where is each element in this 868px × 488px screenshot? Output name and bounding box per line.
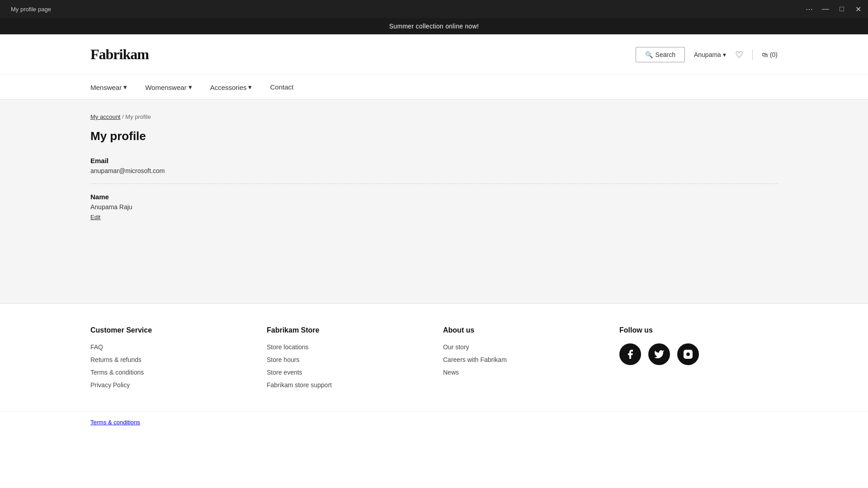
email-value: anupamar@microsoft.com (90, 167, 778, 174)
browser-controls[interactable]: ⋯ — □ ✕ (805, 5, 863, 14)
main-content: My account / My profile My profile Email… (0, 100, 868, 303)
more-options-icon[interactable]: ⋯ (805, 5, 814, 14)
footer-link-news[interactable]: News (443, 369, 601, 376)
footer-grid: Customer Service FAQ Returns & refunds T… (90, 326, 778, 389)
nav-list: Menswear ▾ Womenswear ▾ Accessories ▾ Co… (90, 75, 778, 99)
footer-customer-service-title: Customer Service (90, 326, 249, 334)
footer-link-returns[interactable]: Returns & refunds (90, 356, 249, 363)
search-label: Search (656, 51, 675, 58)
close-icon[interactable]: ✕ (854, 5, 863, 14)
footer-link-store-locations[interactable]: Store locations (267, 343, 425, 351)
instagram-icon[interactable] (677, 343, 699, 365)
footer-col-follow-us: Follow us (619, 326, 778, 389)
minimize-icon[interactable]: — (821, 5, 830, 14)
footer-link-store-support[interactable]: Fabrikam store support (267, 381, 425, 389)
nav-link-menswear[interactable]: Menswear ▾ (90, 75, 127, 99)
name-label: Name (90, 193, 778, 201)
search-button[interactable]: 🔍 Search (636, 47, 685, 62)
chevron-down-icon: ▾ (723, 51, 726, 58)
footer: Customer Service FAQ Returns & refunds T… (0, 303, 868, 411)
footer-link-store-hours[interactable]: Store hours (267, 356, 425, 363)
facebook-icon[interactable] (619, 343, 641, 365)
search-icon: 🔍 (645, 51, 653, 58)
edit-name-link[interactable]: Edit (90, 214, 100, 221)
footer-follow-us-title: Follow us (619, 326, 778, 334)
header-divider (752, 49, 753, 60)
chevron-down-icon: ▾ (248, 83, 252, 91)
footer-about-us-links: Our story Careers with Fabrikam News (443, 343, 601, 376)
logo[interactable]: Fabrikam (90, 46, 149, 63)
footer-about-us-title: About us (443, 326, 601, 334)
announcement-bar: Summer collection online now! (0, 18, 868, 34)
announcement-text: Summer collection online now! (389, 23, 479, 30)
breadcrumb: My account / My profile (90, 113, 778, 120)
browser-chrome: My profile page ⋯ — □ ✕ (0, 0, 868, 18)
email-label: Email (90, 157, 778, 164)
nav-item-womenswear[interactable]: Womenswear ▾ (145, 75, 192, 99)
nav-link-womenswear[interactable]: Womenswear ▾ (145, 75, 192, 99)
header-actions: 🔍 Search Anupama ▾ ♡ 🛍 (0) (636, 47, 778, 62)
footer-terms-link[interactable]: Terms & conditions (90, 419, 140, 426)
heart-icon: ♡ (735, 50, 743, 60)
breadcrumb-current: My profile (125, 113, 151, 120)
footer-link-faq[interactable]: FAQ (90, 343, 249, 351)
footer-fabrikam-store-links: Store locations Store hours Store events… (267, 343, 425, 389)
nav-link-contact[interactable]: Contact (270, 75, 293, 99)
footer-bottom: Terms & conditions (0, 411, 868, 433)
footer-link-careers[interactable]: Careers with Fabrikam (443, 356, 601, 363)
page-title: My profile (90, 129, 778, 143)
footer-fabrikam-store-title: Fabrikam Store (267, 326, 425, 334)
user-label: Anupama (694, 51, 721, 58)
cart-count: (0) (770, 51, 778, 58)
browser-tab: My profile page (5, 6, 57, 13)
profile-section: Email anupamar@microsoft.com Name Anupam… (90, 157, 778, 221)
cart-button[interactable]: 🛍 (0) (762, 51, 778, 58)
breadcrumb-my-account[interactable]: My account (90, 113, 120, 120)
footer-link-terms[interactable]: Terms & conditions (90, 369, 249, 376)
nav-item-contact[interactable]: Contact (270, 75, 293, 99)
footer-link-our-story[interactable]: Our story (443, 343, 601, 351)
footer-col-fabrikam-store: Fabrikam Store Store locations Store hou… (267, 326, 425, 389)
nav-link-accessories[interactable]: Accessories ▾ (210, 75, 252, 99)
cart-icon: 🛍 (762, 51, 768, 58)
nav-item-accessories[interactable]: Accessories ▾ (210, 75, 252, 99)
header: Fabrikam 🔍 Search Anupama ▾ ♡ 🛍 (0) (0, 34, 868, 75)
twitter-icon[interactable] (648, 343, 670, 365)
footer-col-about-us: About us Our story Careers with Fabrikam… (443, 326, 601, 389)
wishlist-button[interactable]: ♡ (735, 49, 743, 60)
nav-item-menswear[interactable]: Menswear ▾ (90, 75, 127, 99)
user-account-button[interactable]: Anupama ▾ (694, 51, 726, 58)
footer-customer-service-links: FAQ Returns & refunds Terms & conditions… (90, 343, 249, 389)
name-value: Anupama Raju (90, 203, 778, 211)
email-field: Email anupamar@microsoft.com (90, 157, 778, 174)
field-divider (90, 183, 778, 184)
chevron-down-icon: ▾ (123, 83, 127, 91)
chevron-down-icon: ▾ (189, 83, 192, 91)
social-icons (619, 343, 778, 365)
name-field: Name Anupama Raju Edit (90, 193, 778, 221)
main-nav: Menswear ▾ Womenswear ▾ Accessories ▾ Co… (0, 75, 868, 100)
footer-link-privacy[interactable]: Privacy Policy (90, 381, 249, 389)
maximize-icon[interactable]: □ (837, 5, 846, 14)
footer-link-store-events[interactable]: Store events (267, 369, 425, 376)
footer-col-customer-service: Customer Service FAQ Returns & refunds T… (90, 326, 249, 389)
